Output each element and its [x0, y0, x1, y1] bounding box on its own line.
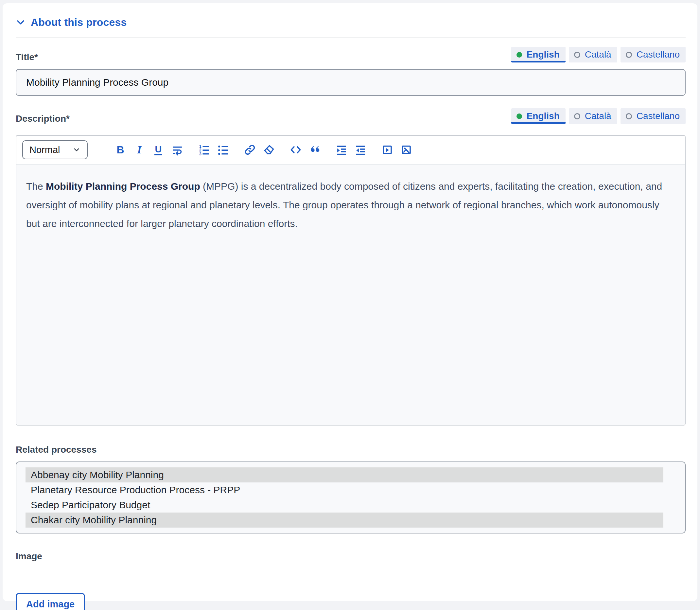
line-break-icon	[171, 144, 183, 156]
language-tab-label: Castellano	[637, 49, 680, 60]
chevron-down-icon	[16, 18, 26, 28]
title-label: Title*	[16, 52, 38, 63]
related-process-option[interactable]: Sedep Participatory Budget	[26, 497, 663, 513]
language-tab-label: English	[527, 49, 560, 60]
chevron-down-icon	[73, 146, 80, 154]
filled-status-dot-icon	[516, 52, 522, 58]
description-paragraph: The Mobility Planning Process Group (MPP…	[26, 177, 675, 233]
description-label: Description*	[16, 113, 70, 124]
title-input[interactable]: Mobility Planning Process Group	[16, 69, 686, 96]
description-editor-content[interactable]: The Mobility Planning Process Group (MPP…	[16, 164, 685, 425]
outdent-button[interactable]	[353, 143, 368, 157]
blockquote-button[interactable]	[307, 143, 322, 157]
bullet-list-icon	[217, 144, 229, 156]
bold-button[interactable]: B	[113, 143, 128, 157]
text-style-value: Normal	[29, 145, 60, 155]
link-button[interactable]	[243, 143, 257, 157]
section-toggle-about-this-process[interactable]: About this process	[16, 16, 686, 29]
related-process-option[interactable]: Planetary Resource Production Process - …	[26, 482, 663, 497]
section-title: About this process	[31, 16, 127, 29]
add-image-button[interactable]: Add image	[16, 593, 85, 610]
about-process-panel: About this process Title* English Català…	[3, 3, 697, 601]
related-process-option[interactable]: Chakar city Mobility Planning	[26, 513, 663, 528]
related-process-option[interactable]: Abbenay city Mobility Planning	[26, 467, 663, 482]
hollow-status-dot-icon	[626, 113, 632, 119]
ordered-list-button[interactable]: 1 2 3	[197, 143, 211, 157]
hollow-status-dot-icon	[574, 52, 580, 58]
divider	[16, 37, 686, 38]
related-processes-select: Abbenay city Mobility Planning Planetary…	[16, 462, 686, 533]
blockquote-icon	[309, 144, 321, 156]
language-tab-label: English	[527, 111, 560, 121]
hollow-status-dot-icon	[574, 113, 580, 119]
description-bold-text: Mobility Planning Process Group	[46, 181, 200, 192]
description-language-tabs: English Català Castellano	[511, 108, 686, 124]
filled-status-dot-icon	[516, 113, 522, 119]
language-tab-label: Català	[585, 49, 611, 60]
video-icon	[381, 144, 393, 156]
clear-formatting-icon	[263, 144, 275, 156]
language-tab-catala[interactable]: Català	[569, 47, 617, 63]
related-processes-label: Related processes	[16, 445, 686, 455]
title-language-tabs: English Català Castellano	[511, 47, 686, 63]
clear-formatting-button[interactable]	[262, 143, 276, 157]
underline-button[interactable]: U	[151, 143, 165, 157]
ordered-list-icon: 1 2 3	[198, 144, 210, 156]
underline-icon: U	[154, 144, 162, 155]
language-tab-catala[interactable]: Català	[569, 108, 617, 124]
language-tab-label: Castellano	[637, 111, 680, 121]
link-icon	[244, 144, 256, 156]
line-break-button[interactable]	[170, 143, 185, 157]
indent-button[interactable]	[334, 143, 349, 157]
description-editor: Normal B I U 1 2 3	[16, 135, 686, 426]
video-button[interactable]	[380, 143, 395, 157]
indent-icon	[336, 144, 347, 156]
editor-toolbar: Normal B I U 1 2 3	[16, 136, 685, 164]
image-icon	[400, 144, 412, 156]
outdent-icon	[354, 144, 366, 156]
language-tab-castellano[interactable]: Castellano	[621, 47, 686, 63]
language-tab-english[interactable]: English	[511, 108, 566, 124]
code-icon	[290, 144, 302, 156]
hollow-status-dot-icon	[626, 52, 632, 58]
language-tab-castellano[interactable]: Castellano	[621, 108, 686, 124]
language-tab-label: Català	[585, 111, 611, 121]
image-button[interactable]	[399, 143, 413, 157]
code-button[interactable]	[288, 143, 303, 157]
italic-button[interactable]: I	[132, 143, 146, 157]
svg-text:3: 3	[199, 152, 202, 156]
italic-icon: I	[138, 144, 142, 156]
text-style-dropdown[interactable]: Normal	[22, 140, 88, 159]
bold-icon: B	[116, 144, 124, 156]
language-tab-english[interactable]: English	[511, 47, 566, 63]
image-label: Image	[16, 551, 686, 562]
bullet-list-button[interactable]	[216, 143, 230, 157]
